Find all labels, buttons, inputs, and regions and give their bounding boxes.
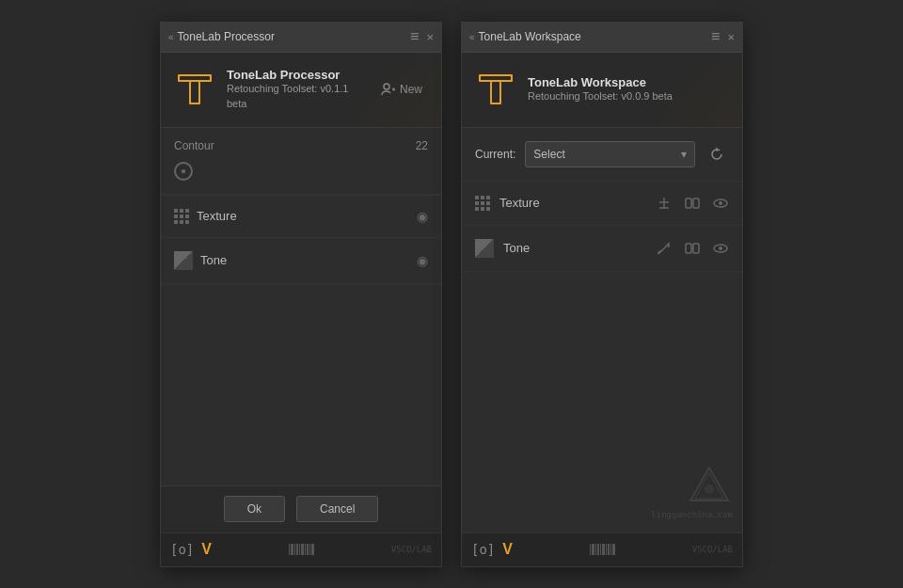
ws-tone-thumbnail (475, 239, 494, 258)
ws-camera-icon: [o] (471, 542, 495, 557)
tone-section: Tone ◉ (161, 238, 441, 284)
svg-rect-19 (686, 244, 691, 253)
processor-title: ToneLab Processor (178, 30, 275, 43)
processor-new-button[interactable]: New (375, 78, 428, 101)
svg-rect-3 (191, 82, 198, 103)
workspace-logo (475, 69, 516, 110)
linggan-logo (686, 463, 733, 510)
select-value: Select (533, 148, 564, 161)
ws-tone-section: Tone (462, 226, 742, 272)
svg-rect-2 (180, 76, 210, 80)
svg-rect-9 (481, 76, 511, 80)
processor-new-label: New (400, 83, 422, 96)
workspace-menu-icon[interactable]: ≡ (711, 28, 720, 45)
texture-section: Texture ◉ (161, 196, 441, 238)
processor-panel: « ToneLab Processor ≡ × ToneLab Processo… (160, 22, 442, 567)
ws-tone-actions (656, 240, 729, 257)
workspace-select-dropdown[interactable]: Select ▾ (525, 141, 695, 167)
current-label: Current: (475, 148, 515, 161)
texture-label: Texture (197, 209, 409, 223)
contour-value: 22 (416, 139, 428, 152)
processor-barcode (289, 544, 314, 555)
svg-point-23 (719, 246, 722, 250)
ws-tone-visibility-icon[interactable] (712, 240, 729, 257)
workspace-subtitle: Retouching Toolset: v0.0.9 beta (528, 89, 729, 103)
refresh-button[interactable] (705, 142, 729, 167)
processor-bottom-left: [o] V (170, 541, 212, 558)
workspace-bottom-left: [o] V (471, 541, 513, 558)
workspace-header: ToneLab Workspace Retouching Toolset: v0… (462, 53, 742, 128)
processor-subtitle: Retouching Toolset: v0.1.1 beta (227, 82, 364, 111)
ws-texture-drag-handle[interactable] (475, 196, 490, 211)
workspace-title: ToneLab Workspace (479, 30, 581, 43)
svg-rect-15 (693, 199, 699, 208)
contour-section: Contour 22 ● (161, 128, 441, 195)
workspace-panel: « ToneLab Workspace ≡ × ToneLab Workspac… (461, 22, 743, 567)
contour-label: Contour (174, 139, 214, 152)
processor-footer: Ok Cancel (161, 485, 441, 532)
ws-texture-split-icon[interactable] (684, 195, 701, 212)
ws-texture-section: Texture (462, 182, 742, 226)
refresh-icon (708, 146, 725, 163)
contour-circle-button[interactable]: ● (174, 162, 193, 181)
processor-header: ToneLab Processor Retouching Toolset: v0… (161, 53, 441, 128)
current-row: Current: Select ▾ (462, 128, 742, 182)
processor-bottom-bar: [o] V VSCO/LAB (161, 532, 441, 566)
processor-title-bar: « ToneLab Processor ≡ × (161, 23, 441, 53)
tone-label: Tone (200, 253, 409, 267)
processor-collapse-icon[interactable]: « (168, 32, 172, 42)
svg-point-4 (384, 84, 389, 89)
workspace-collapse-icon[interactable]: « (469, 32, 473, 42)
ok-button[interactable]: Ok (224, 496, 285, 522)
person-add-icon (381, 82, 396, 97)
workspace-brand: VSCO/LAB (692, 545, 733, 554)
workspace-barcode (590, 544, 615, 555)
tone-visibility-icon[interactable]: ◉ (417, 253, 428, 268)
ws-texture-visibility-icon[interactable] (712, 195, 729, 212)
svg-point-26 (705, 485, 714, 494)
workspace-app-name: ToneLab Workspace (528, 75, 729, 89)
linggan-text: lingganchina.com (651, 510, 733, 519)
texture-visibility-icon[interactable]: ◉ (417, 209, 428, 224)
linggan-watermark: lingganchina.com (651, 463, 733, 519)
ws-vector-icon: V (502, 541, 513, 558)
ws-tone-brush-icon[interactable] (656, 240, 673, 257)
workspace-header-info: ToneLab Workspace Retouching Toolset: v0… (528, 75, 729, 103)
processor-close-icon[interactable]: × (426, 31, 434, 43)
texture-drag-handle[interactable] (174, 209, 189, 224)
workspace-title-bar: « ToneLab Workspace ≡ × (462, 23, 742, 53)
svg-rect-14 (686, 199, 691, 208)
processor-brand: VSCO/LAB (391, 545, 432, 554)
dropdown-chevron-icon: ▾ (681, 148, 687, 161)
vector-icon: V (201, 541, 212, 558)
ws-tone-split-icon[interactable] (684, 240, 701, 257)
ws-texture-label: Texture (499, 196, 646, 210)
processor-menu-icon[interactable]: ≡ (410, 28, 419, 45)
svg-rect-20 (693, 244, 699, 253)
ws-texture-actions (656, 195, 729, 212)
svg-point-18 (719, 201, 722, 205)
processor-header-info: ToneLab Processor Retouching Toolset: v0… (227, 68, 364, 111)
processor-app-name: ToneLab Processor (227, 68, 364, 82)
ws-texture-pin-icon[interactable] (656, 195, 673, 212)
camera-icon: [o] (170, 542, 194, 557)
tone-thumbnail (174, 251, 193, 270)
svg-rect-10 (492, 82, 499, 103)
processor-logo (174, 69, 215, 110)
processor-content: Contour 22 ● (161, 128, 441, 485)
workspace-close-icon[interactable]: × (727, 31, 735, 43)
workspace-bottom-bar: [o] V VSCO/LAB (462, 532, 742, 566)
ws-tone-label: Tone (503, 241, 646, 255)
cancel-button[interactable]: Cancel (296, 496, 378, 522)
